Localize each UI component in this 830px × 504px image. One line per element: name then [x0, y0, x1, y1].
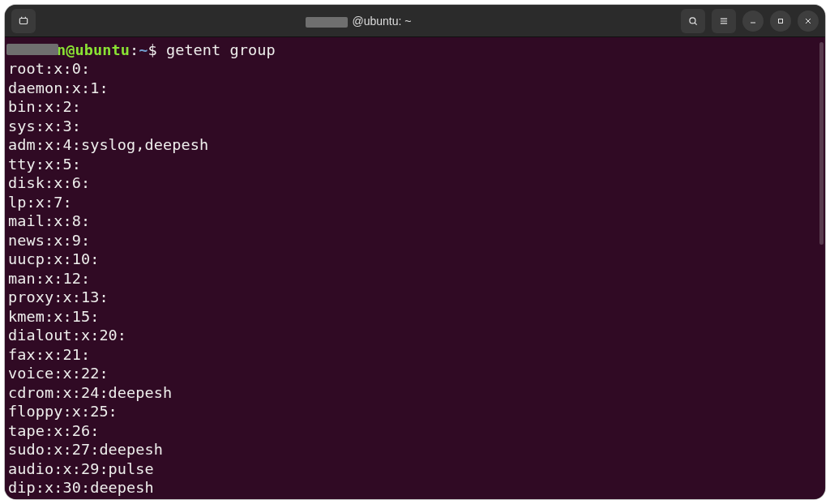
output-line: news:x:9: — [8, 231, 820, 250]
minimize-icon — [748, 16, 758, 26]
output-line: man:x:12: — [8, 269, 820, 288]
minimize-button[interactable] — [742, 11, 764, 32]
close-button[interactable] — [798, 11, 819, 32]
output-line: lp:x:7: — [8, 193, 820, 211]
output-line: cdrom:x:24:deepesh — [8, 383, 820, 402]
output-line: adm:x:4:syslog,deepesh — [8, 135, 820, 154]
search-icon — [687, 15, 699, 27]
svg-point-3 — [690, 17, 695, 23]
output-lines: root:x:0:daemon:x:1:bin:x:2:sys:x:3:adm:… — [8, 59, 820, 499]
scrollbar-thumb[interactable] — [819, 42, 824, 245]
output-line: daemon:x:1: — [8, 79, 820, 97]
prompt-dollar: $ — [148, 41, 165, 58]
output-line: sudo:x:27:deepesh — [8, 440, 820, 459]
output-line: mail:x:8: — [8, 211, 820, 230]
output-line: tape:x:26: — [8, 421, 820, 440]
command-text: getent group — [166, 41, 276, 58]
terminal-viewport[interactable]: n@ubuntu:~$ getent group root:x:0:daemon… — [5, 37, 825, 499]
svg-rect-0 — [19, 18, 27, 23]
output-line: voice:x:22: — [8, 364, 820, 382]
output-line: dialout:x:20: — [8, 326, 820, 344]
output-line: disk:x:6: — [8, 173, 820, 192]
output-line: root:x:0: — [8, 59, 820, 78]
menu-button[interactable] — [712, 9, 736, 33]
window-title-text: @ubuntu: ~ — [353, 15, 412, 28]
output-line: www-data:x:33: — [8, 498, 820, 499]
titlebar: @ubuntu: ~ — [5, 5, 825, 37]
output-line: uucp:x:10: — [8, 250, 820, 268]
close-icon — [803, 16, 813, 26]
window-title: @ubuntu: ~ — [36, 15, 681, 28]
svg-line-4 — [695, 23, 697, 25]
prompt-colon: : — [130, 41, 139, 58]
output-line: tty:x:5: — [8, 155, 820, 173]
terminal-window: @ubuntu: ~ — [5, 5, 825, 499]
output-line: bin:x:2: — [8, 97, 820, 116]
redacted-username — [306, 17, 348, 28]
output-line: sys:x:3: — [8, 117, 820, 135]
output-line: floppy:x:25: — [8, 402, 820, 421]
prompt-user-host: @ubuntu — [66, 41, 130, 58]
new-tab-button[interactable] — [11, 9, 36, 33]
output-line: audio:x:29:pulse — [8, 459, 820, 478]
new-tab-icon — [18, 15, 29, 27]
output-line: fax:x:21: — [8, 345, 820, 364]
svg-rect-9 — [779, 19, 783, 23]
hamburger-icon — [718, 15, 729, 27]
prompt-line: n@ubuntu:~$ getent group — [8, 41, 820, 59]
output-line: kmem:x:15: — [8, 307, 820, 326]
output-line: proxy:x:13: — [8, 288, 820, 306]
output-line: dip:x:30:deepesh — [8, 478, 820, 497]
prompt-path: ~ — [139, 41, 148, 58]
maximize-icon — [776, 16, 785, 26]
maximize-button[interactable] — [770, 11, 791, 32]
redacted-prompt-user — [6, 44, 58, 55]
search-button[interactable] — [681, 9, 705, 33]
